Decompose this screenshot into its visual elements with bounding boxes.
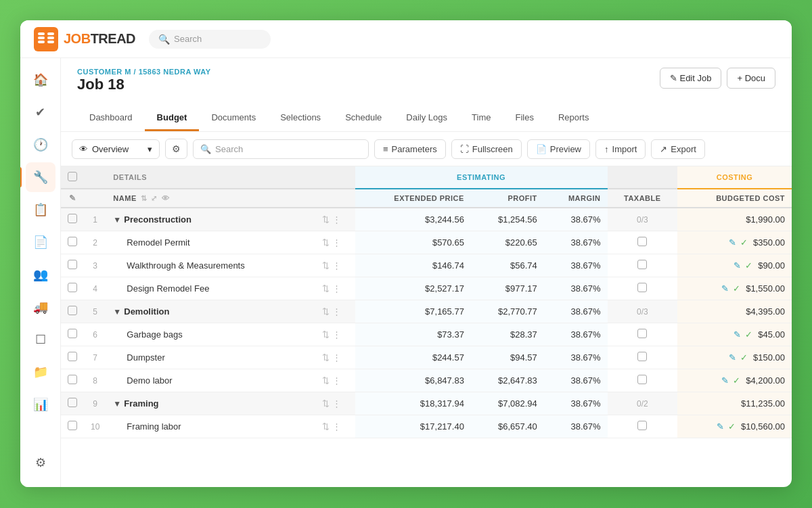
sidebar-item-clipboard[interactable]: 📋 xyxy=(26,195,55,225)
drag-handle-icon[interactable]: ⇅ xyxy=(322,306,330,317)
drag-handle-icon[interactable]: ⇅ xyxy=(322,421,330,432)
sidebar-item-document[interactable]: 📄 xyxy=(26,227,55,257)
more-icon[interactable]: ⋮ xyxy=(332,237,341,248)
approve-icon[interactable]: ✓ xyxy=(728,421,736,432)
fullscreen-button[interactable]: ⛶ Fullscreen xyxy=(451,139,522,159)
drag-handle-icon[interactable]: ⇅ xyxy=(322,398,330,409)
edit-cost-icon[interactable]: ✎ xyxy=(721,283,729,294)
sidebar-item-settings[interactable]: ⚙ xyxy=(26,448,55,478)
row-checkbox[interactable] xyxy=(68,329,77,338)
drag-handle-icon[interactable]: ⇅ xyxy=(322,375,330,386)
row-checkbox[interactable] xyxy=(68,352,77,361)
approve-icon[interactable]: ✓ xyxy=(745,260,752,271)
sidebar-item-users[interactable]: 👥 xyxy=(26,260,55,290)
sidebar-item-wrench[interactable]: 🔧 xyxy=(26,162,55,192)
drag-handle-icon[interactable]: ⇅ xyxy=(322,214,330,225)
row-checkbox[interactable] xyxy=(68,398,77,407)
edit-cost-icon[interactable]: ✎ xyxy=(734,329,741,340)
sidebar-item-check[interactable]: ✔ xyxy=(26,97,55,127)
row-margin: 38.67% xyxy=(544,231,608,254)
edit-job-button[interactable]: ✎ Edit Job xyxy=(660,68,722,89)
drag-handle-icon[interactable]: ⇅ xyxy=(322,352,330,363)
tab-files[interactable]: Files xyxy=(503,106,545,131)
more-icon[interactable]: ⋮ xyxy=(332,260,341,271)
export-button[interactable]: ↗ Export xyxy=(651,139,705,159)
sidebar-item-folder[interactable]: 📁 xyxy=(26,357,55,387)
more-icon[interactable]: ⋮ xyxy=(332,306,341,317)
row-checkbox[interactable] xyxy=(68,283,77,292)
drag-handle-icon[interactable]: ⇅ xyxy=(322,260,330,271)
chevron-icon[interactable]: ▼ xyxy=(113,399,121,409)
tab-time[interactable]: Time xyxy=(459,106,503,131)
approve-icon[interactable]: ✓ xyxy=(733,283,740,294)
drag-handle-icon[interactable]: ⇅ xyxy=(322,329,330,340)
taxable-checkbox[interactable] xyxy=(637,375,647,384)
edit-cost-icon[interactable]: ✎ xyxy=(717,421,724,432)
row-checkbox[interactable] xyxy=(68,214,77,223)
tab-documents[interactable]: Documents xyxy=(199,106,268,131)
chevron-icon[interactable]: ▼ xyxy=(113,215,121,225)
global-search[interactable]: 🔍 Search xyxy=(149,30,271,49)
taxable-label: Taxable xyxy=(624,194,661,202)
taxable-checkbox[interactable] xyxy=(637,237,647,246)
tab-budget[interactable]: Budget xyxy=(145,106,200,131)
gear-button[interactable]: ⚙ xyxy=(165,139,187,159)
more-icon[interactable]: ⋮ xyxy=(332,352,341,363)
preview-button[interactable]: 📄 Preview xyxy=(527,139,590,159)
budget-search[interactable]: 🔍 Search xyxy=(193,139,369,159)
sidebar-item-clock[interactable]: 🕐 xyxy=(26,130,55,160)
tab-schedule[interactable]: Schedule xyxy=(333,106,394,131)
edit-cost-icon[interactable]: ✎ xyxy=(734,260,741,271)
row-checkbox[interactable] xyxy=(68,421,77,430)
more-icon[interactable]: ⋮ xyxy=(332,283,341,294)
approve-icon[interactable]: ✓ xyxy=(740,237,748,248)
parameters-button[interactable]: ≡ Parameters xyxy=(374,139,446,159)
more-icon[interactable]: ⋮ xyxy=(332,375,341,386)
taxable-checkbox[interactable] xyxy=(637,421,647,430)
row-budgeted-cost: ✎✓$45.00 xyxy=(677,323,792,346)
row-profit: $977.17 xyxy=(471,277,544,300)
more-icon[interactable]: ⋮ xyxy=(332,398,341,409)
sidebar-item-square[interactable]: ☐ xyxy=(26,325,55,354)
select-all-checkbox[interactable] xyxy=(68,172,77,181)
tab-dashboard[interactable]: Dashboard xyxy=(77,106,145,131)
more-icon[interactable]: ⋮ xyxy=(332,214,341,225)
drag-handle-icon[interactable]: ⇅ xyxy=(322,283,330,294)
taxable-checkbox[interactable] xyxy=(637,283,647,292)
row-profit: $94.57 xyxy=(471,346,544,369)
row-checkbox-cell xyxy=(61,323,84,346)
row-number: 1 xyxy=(84,208,106,231)
tab-selections[interactable]: Selections xyxy=(268,106,333,131)
row-taxable-cell xyxy=(608,231,677,254)
tab-daily-logs[interactable]: Daily Logs xyxy=(394,106,459,131)
edit-cost-icon[interactable]: ✎ xyxy=(729,237,736,248)
edit-cost-icon[interactable]: ✎ xyxy=(729,352,736,363)
row-extended-price: $17,217.40 xyxy=(355,415,471,438)
row-actions-cell: ⇅⋮ xyxy=(308,415,355,438)
doc-button[interactable]: + Docu xyxy=(727,68,775,89)
edit-cost-icon[interactable]: ✎ xyxy=(721,375,729,386)
chevron-icon[interactable]: ▼ xyxy=(113,307,121,317)
row-budgeted-cost: ✎✓$4,200.00 xyxy=(677,369,792,392)
chevron-down-icon: ▾ xyxy=(148,144,152,154)
taxable-checkbox[interactable] xyxy=(637,260,647,269)
more-icon[interactable]: ⋮ xyxy=(332,329,341,340)
row-checkbox[interactable] xyxy=(68,375,77,384)
sidebar-item-truck[interactable]: 🚚 xyxy=(26,292,55,322)
approve-icon[interactable]: ✓ xyxy=(733,375,740,386)
sidebar-item-chart[interactable]: 📊 xyxy=(26,390,55,419)
row-checkbox[interactable] xyxy=(68,237,77,246)
taxable-checkbox[interactable] xyxy=(637,352,647,361)
more-icon[interactable]: ⋮ xyxy=(332,421,341,432)
sidebar-item-home[interactable]: 🏠 xyxy=(26,65,55,95)
drag-handle-icon[interactable]: ⇅ xyxy=(322,237,330,248)
row-checkbox[interactable] xyxy=(68,260,77,269)
row-checkbox[interactable] xyxy=(68,306,77,315)
tab-reports[interactable]: Reports xyxy=(546,106,602,131)
taxable-checkbox[interactable] xyxy=(637,329,647,338)
approve-icon[interactable]: ✓ xyxy=(740,352,748,363)
approve-icon[interactable]: ✓ xyxy=(745,329,752,340)
import-button[interactable]: ↑ Import xyxy=(595,139,646,159)
export-label: Export xyxy=(671,144,696,154)
view-select[interactable]: 👁 Overview ▾ xyxy=(72,139,160,159)
